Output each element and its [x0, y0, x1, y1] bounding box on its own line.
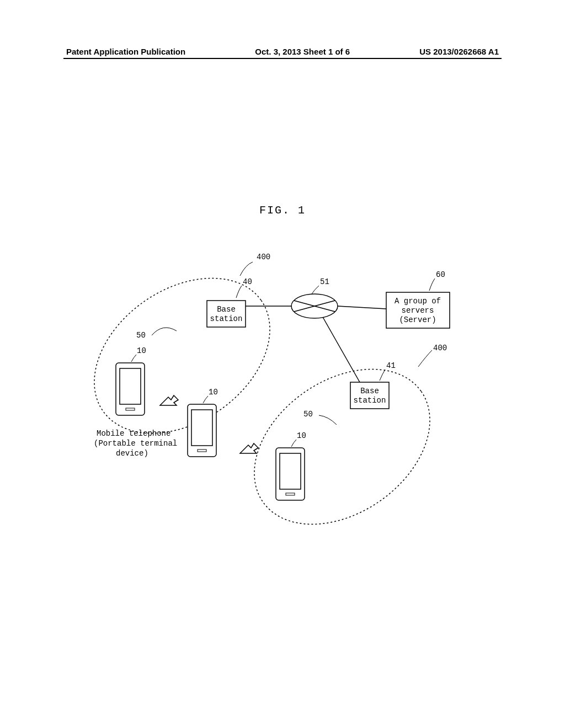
header-left: Patent Application Publication: [66, 47, 185, 56]
connection-51-41: [323, 317, 360, 382]
base-station-41-text2: station: [354, 396, 386, 405]
phone-10-b: [188, 404, 216, 457]
leader-10-c: [291, 440, 296, 447]
ref-51: 51: [320, 277, 329, 286]
base-station-40-text2: station: [210, 314, 243, 323]
servers-text3: (Server): [399, 315, 436, 324]
servers-text1: A group of: [395, 297, 441, 306]
ref-60: 60: [436, 270, 445, 279]
ref-10-c: 10: [297, 431, 306, 440]
ref-400-b: 400: [433, 344, 447, 352]
header-divider: [63, 58, 502, 59]
header-right: US 2013/0262668 A1: [419, 47, 499, 56]
mobile-label-1: Mobile telephone: [97, 429, 170, 438]
arrow-1: [160, 395, 178, 405]
ref-50-a: 50: [136, 331, 146, 340]
connection-51-60: [338, 306, 386, 309]
figure-label: FIG. 1: [259, 204, 306, 217]
leader-60: [429, 279, 435, 291]
ref-41: 41: [386, 361, 396, 370]
mobile-label-2: (Portable terminal: [94, 439, 177, 448]
leader-40: [236, 286, 242, 298]
svg-rect-1: [120, 368, 141, 404]
phone-10-c: [276, 448, 305, 500]
leader-41: [380, 370, 385, 381]
phone-10-a: [116, 363, 145, 415]
leader-50-b: [319, 415, 337, 425]
mobile-label-3: device): [116, 449, 148, 458]
header-center: Oct. 3, 2013 Sheet 1 of 6: [255, 47, 350, 56]
leader-10-a: [131, 355, 136, 362]
ref-10-a: 10: [137, 346, 146, 355]
ref-400-a: 400: [257, 253, 270, 261]
ref-10-b: 10: [209, 388, 218, 397]
servers-text2: servers: [402, 306, 434, 315]
network-diagram: 400 400 Base station 40 Base station 41 …: [77, 243, 486, 546]
leader-51: [312, 286, 319, 294]
leader-50-a: [152, 328, 177, 335]
leader-400-a: [240, 262, 253, 276]
base-station-40-text1: Base: [217, 305, 236, 314]
ref-40: 40: [243, 277, 252, 286]
leader-10-b: [203, 396, 208, 403]
ref-50-b: 50: [303, 410, 313, 419]
svg-rect-4: [191, 410, 212, 446]
arrow-2: [240, 443, 258, 453]
leader-400-b: [418, 350, 432, 367]
svg-rect-7: [280, 453, 301, 489]
base-station-41-text1: Base: [360, 387, 379, 395]
zone-400-right: [225, 337, 459, 546]
